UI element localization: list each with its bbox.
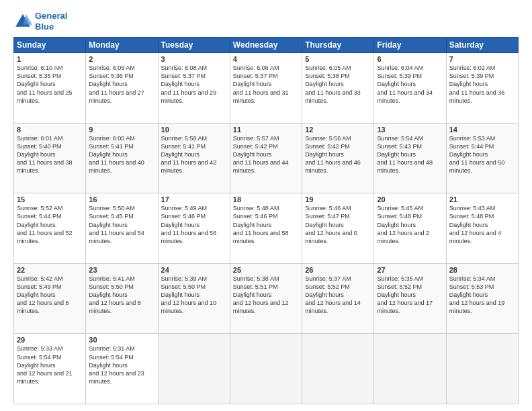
day-number: 6 [377, 55, 443, 63]
calendar-header-tuesday: Tuesday [158, 38, 230, 53]
calendar-table: SundayMondayTuesdayWednesdayThursdayFrid… [13, 37, 519, 404]
calendar-week-row: 29Sunrise: 5:33 AMSunset: 5:54 PMDayligh… [14, 334, 519, 404]
day-info: Sunrise: 6:04 AMSunset: 5:39 PMDaylight … [377, 64, 443, 105]
day-number: 12 [305, 126, 371, 134]
day-number: 7 [449, 55, 515, 63]
day-info: Sunrise: 6:06 AMSunset: 5:37 PMDaylight … [233, 64, 299, 105]
day-number: 15 [17, 195, 83, 203]
day-number: 2 [89, 55, 154, 63]
day-info: Sunrise: 6:08 AMSunset: 5:37 PMDaylight … [161, 64, 227, 105]
calendar-day-cell: 10Sunrise: 5:58 AMSunset: 5:41 PMDayligh… [158, 123, 230, 193]
calendar-day-cell: 9Sunrise: 6:00 AMSunset: 5:41 PMDaylight… [86, 123, 158, 193]
calendar-header-saturday: Saturday [446, 38, 518, 53]
day-number: 18 [233, 195, 299, 203]
day-info: Sunrise: 6:10 AMSunset: 5:35 PMDaylight … [17, 64, 83, 105]
calendar-day-cell: 29Sunrise: 5:33 AMSunset: 5:54 PMDayligh… [14, 334, 86, 404]
calendar-day-cell: 24Sunrise: 5:39 AMSunset: 5:50 PMDayligh… [158, 263, 230, 334]
day-info: Sunrise: 5:56 AMSunset: 5:42 PMDaylight … [305, 134, 371, 175]
day-number: 25 [233, 266, 299, 274]
day-number: 3 [161, 55, 227, 63]
calendar-day-cell: 15Sunrise: 5:52 AMSunset: 5:44 PMDayligh… [14, 193, 86, 264]
day-info: Sunrise: 5:31 AMSunset: 5:54 PMDaylight … [89, 345, 154, 385]
calendar-header-thursday: Thursday [302, 38, 374, 53]
calendar-day-cell [374, 334, 446, 404]
calendar-day-cell: 27Sunrise: 5:35 AMSunset: 5:52 PMDayligh… [374, 263, 446, 334]
day-number: 4 [233, 55, 299, 63]
day-number: 21 [449, 195, 515, 203]
day-number: 30 [89, 336, 154, 344]
calendar-week-row: 8Sunrise: 6:01 AMSunset: 5:40 PMDaylight… [14, 123, 519, 193]
day-info: Sunrise: 5:45 AMSunset: 5:48 PMDaylight … [377, 204, 443, 245]
day-number: 11 [233, 126, 299, 134]
day-number: 8 [17, 126, 83, 134]
calendar-header-row: SundayMondayTuesdayWednesdayThursdayFrid… [14, 38, 519, 53]
day-info: Sunrise: 5:42 AMSunset: 5:49 PMDaylight … [17, 275, 83, 316]
day-number: 16 [89, 195, 154, 203]
calendar-day-cell: 28Sunrise: 5:34 AMSunset: 5:53 PMDayligh… [446, 263, 518, 334]
calendar-day-cell: 25Sunrise: 5:38 AMSunset: 5:51 PMDayligh… [230, 263, 302, 334]
day-info: Sunrise: 5:43 AMSunset: 5:48 PMDaylight … [449, 204, 515, 245]
calendar-header-wednesday: Wednesday [230, 38, 302, 53]
day-number: 19 [305, 195, 371, 203]
calendar-day-cell [302, 334, 374, 404]
day-info: Sunrise: 5:39 AMSunset: 5:50 PMDaylight … [161, 275, 227, 316]
day-info: Sunrise: 5:48 AMSunset: 5:46 PMDaylight … [233, 204, 299, 245]
day-info: Sunrise: 5:58 AMSunset: 5:41 PMDaylight … [161, 134, 227, 175]
calendar-day-cell: 1Sunrise: 6:10 AMSunset: 5:35 PMDaylight… [14, 53, 86, 124]
day-info: Sunrise: 5:57 AMSunset: 5:42 PMDaylight … [233, 134, 299, 175]
calendar-day-cell: 23Sunrise: 5:41 AMSunset: 5:50 PMDayligh… [86, 263, 158, 334]
logo: General Blue [13, 11, 67, 32]
calendar-day-cell: 22Sunrise: 5:42 AMSunset: 5:49 PMDayligh… [14, 263, 86, 334]
day-number: 28 [449, 266, 515, 274]
day-number: 20 [377, 195, 443, 203]
day-number: 17 [161, 195, 227, 203]
day-info: Sunrise: 6:00 AMSunset: 5:41 PMDaylight … [89, 134, 154, 175]
day-info: Sunrise: 5:53 AMSunset: 5:44 PMDaylight … [449, 134, 515, 175]
calendar-day-cell [158, 334, 230, 404]
calendar-day-cell: 12Sunrise: 5:56 AMSunset: 5:42 PMDayligh… [302, 123, 374, 193]
day-info: Sunrise: 5:54 AMSunset: 5:43 PMDaylight … [377, 134, 443, 175]
calendar-header-monday: Monday [86, 38, 158, 53]
day-number: 9 [89, 126, 154, 134]
calendar-day-cell: 13Sunrise: 5:54 AMSunset: 5:43 PMDayligh… [374, 123, 446, 193]
day-info: Sunrise: 5:34 AMSunset: 5:53 PMDaylight … [449, 275, 515, 316]
calendar-week-row: 1Sunrise: 6:10 AMSunset: 5:35 PMDaylight… [14, 53, 519, 124]
calendar-day-cell: 4Sunrise: 6:06 AMSunset: 5:37 PMDaylight… [230, 53, 302, 124]
day-number: 27 [377, 266, 443, 274]
calendar-day-cell: 18Sunrise: 5:48 AMSunset: 5:46 PMDayligh… [230, 193, 302, 264]
page: General Blue SundayMondayTuesdayWednesda… [0, 0, 532, 411]
calendar-day-cell: 7Sunrise: 6:02 AMSunset: 5:39 PMDaylight… [446, 53, 518, 124]
day-info: Sunrise: 5:52 AMSunset: 5:44 PMDaylight … [17, 204, 83, 245]
day-number: 10 [161, 126, 227, 134]
calendar-day-cell: 19Sunrise: 5:46 AMSunset: 5:47 PMDayligh… [302, 193, 374, 264]
day-info: Sunrise: 5:41 AMSunset: 5:50 PMDaylight … [89, 275, 154, 316]
day-number: 1 [17, 55, 83, 63]
calendar-week-row: 15Sunrise: 5:52 AMSunset: 5:44 PMDayligh… [14, 193, 519, 264]
calendar-header-friday: Friday [374, 38, 446, 53]
logo-icon [13, 12, 32, 31]
day-info: Sunrise: 5:35 AMSunset: 5:52 PMDaylight … [377, 275, 443, 316]
calendar-day-cell: 11Sunrise: 5:57 AMSunset: 5:42 PMDayligh… [230, 123, 302, 193]
calendar-day-cell [230, 334, 302, 404]
logo-text: General Blue [35, 11, 67, 32]
calendar-day-cell [446, 334, 518, 404]
calendar-day-cell: 3Sunrise: 6:08 AMSunset: 5:37 PMDaylight… [158, 53, 230, 124]
calendar-day-cell: 14Sunrise: 5:53 AMSunset: 5:44 PMDayligh… [446, 123, 518, 193]
day-info: Sunrise: 5:50 AMSunset: 5:45 PMDaylight … [89, 204, 154, 245]
calendar-day-cell: 16Sunrise: 5:50 AMSunset: 5:45 PMDayligh… [86, 193, 158, 264]
calendar-day-cell: 30Sunrise: 5:31 AMSunset: 5:54 PMDayligh… [86, 334, 158, 404]
day-number: 5 [305, 55, 371, 63]
day-number: 13 [377, 126, 443, 134]
calendar-day-cell: 20Sunrise: 5:45 AMSunset: 5:48 PMDayligh… [374, 193, 446, 264]
day-info: Sunrise: 6:05 AMSunset: 5:38 PMDaylight … [305, 64, 371, 105]
calendar-day-cell: 8Sunrise: 6:01 AMSunset: 5:40 PMDaylight… [14, 123, 86, 193]
calendar-day-cell: 6Sunrise: 6:04 AMSunset: 5:39 PMDaylight… [374, 53, 446, 124]
day-info: Sunrise: 5:33 AMSunset: 5:54 PMDaylight … [17, 345, 83, 385]
calendar-week-row: 22Sunrise: 5:42 AMSunset: 5:49 PMDayligh… [14, 263, 519, 334]
day-info: Sunrise: 5:49 AMSunset: 5:46 PMDaylight … [161, 204, 227, 245]
day-number: 23 [89, 266, 154, 274]
day-number: 24 [161, 266, 227, 274]
day-number: 22 [17, 266, 83, 274]
day-info: Sunrise: 6:02 AMSunset: 5:39 PMDaylight … [449, 64, 515, 105]
day-info: Sunrise: 5:46 AMSunset: 5:47 PMDaylight … [305, 204, 371, 245]
